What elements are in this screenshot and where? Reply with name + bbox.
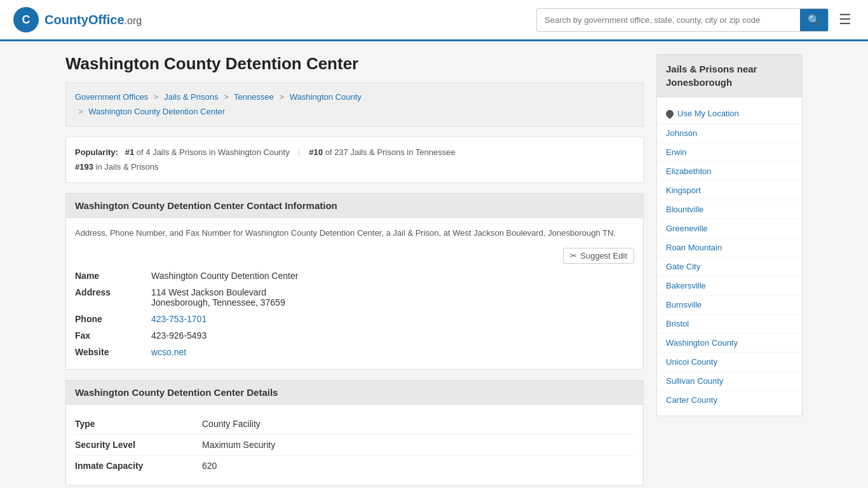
main-container: Washington County Detention Center Gover… — [53, 41, 815, 488]
name-value: Washington County Detention Center — [151, 271, 634, 281]
svg-text:C: C — [22, 13, 31, 26]
website-row: Website wcso.net — [75, 344, 634, 360]
type-value: County Facility — [202, 419, 261, 429]
sidebar: Jails & Prisons near Jonesborough Use My… — [656, 54, 803, 488]
address-line2: Jonesborough, Tennessee, 37659 — [151, 297, 285, 308]
capacity-label: Inmate Capacity — [75, 461, 202, 471]
header-right: 🔍 ☰ — [536, 8, 855, 32]
popularity-rank1: #1 — [125, 147, 134, 157]
breadcrumb-sep-4: > — [78, 107, 83, 116]
breadcrumb-washington-county[interactable]: Washington County — [290, 92, 362, 102]
logo-area: C CountyOffice.org — [13, 6, 142, 33]
website-link[interactable]: wcso.net — [151, 347, 186, 357]
location-icon — [665, 108, 675, 119]
logo-text: CountyOffice.org — [44, 13, 142, 27]
popularity-rank2-text: of 237 Jails & Prisons in Tennessee — [325, 147, 456, 157]
sidebar-link-greeneville[interactable]: Greeneville — [657, 219, 802, 238]
header: C CountyOffice.org 🔍 ☰ — [0, 0, 868, 41]
sidebar-link-kingsport[interactable]: Kingsport — [657, 181, 802, 200]
search-button[interactable]: 🔍 — [800, 9, 828, 31]
search-input[interactable] — [537, 10, 800, 30]
edit-icon: ✂ — [570, 251, 577, 261]
fax-value: 423-926-5493 — [151, 330, 634, 341]
popularity-rank2: #10 — [309, 147, 323, 157]
sidebar-link-elizabethton[interactable]: Elizabethton — [657, 162, 802, 181]
breadcrumb-tennessee[interactable]: Tennessee — [234, 92, 274, 102]
website-value: wcso.net — [151, 347, 634, 357]
breadcrumb-sep-3: > — [280, 92, 285, 102]
details-section-header: Washington County Detention Center Detai… — [65, 380, 644, 405]
breadcrumb-jails-prisons[interactable]: Jails & Prisons — [164, 92, 218, 102]
sidebar-link-erwin[interactable]: Erwin — [657, 143, 802, 162]
breadcrumb-current[interactable]: Washington County Detention Center — [88, 107, 225, 116]
sidebar-link-blountville[interactable]: Blountville — [657, 200, 802, 219]
details-grid: Type County Facility Security Level Maxi… — [75, 414, 634, 476]
website-label: Website — [75, 347, 151, 357]
name-label: Name — [75, 271, 151, 281]
sidebar-link-johnson[interactable]: Johnson — [657, 124, 802, 143]
use-my-location-button[interactable]: Use My Location — [657, 104, 802, 124]
sidebar-link-carter-county[interactable]: Carter County — [657, 391, 802, 409]
security-label: Security Level — [75, 440, 202, 450]
sidebar-link-gate-city[interactable]: Gate City — [657, 257, 802, 276]
suggest-edit-row: ✂ Suggest Edit — [75, 248, 634, 264]
sidebar-link-bakersville[interactable]: Bakersville — [657, 276, 802, 295]
popularity-label: Popularity: — [75, 147, 118, 157]
security-row: Security Level Maximum Security — [75, 435, 634, 456]
address-line1: 114 West Jackson Boulevard — [151, 287, 266, 297]
search-bar: 🔍 — [536, 8, 829, 32]
popularity-box: Popularity: #1 of 4 Jails & Prisons in W… — [65, 137, 644, 183]
popularity-rank3-text: in Jails & Prisons — [96, 162, 159, 172]
contact-description: Address, Phone Number, and Fax Number fo… — [75, 227, 634, 240]
security-value: Maximum Security — [202, 440, 275, 450]
sidebar-body: Use My Location Johnson Erwin Elizabetht… — [656, 97, 803, 416]
type-label: Type — [75, 419, 202, 429]
sidebar-link-bristol[interactable]: Bristol — [657, 315, 802, 334]
popularity-sep: | — [298, 147, 300, 157]
breadcrumb-sep-2: > — [224, 92, 229, 102]
details-section-body: Type County Facility Security Level Maxi… — [65, 405, 644, 485]
address-label: Address — [75, 287, 151, 297]
sidebar-link-unicoi-county[interactable]: Unicoi County — [657, 353, 802, 372]
page-title: Washington County Detention Center — [65, 54, 644, 74]
logo-icon: C — [13, 6, 39, 33]
contact-section-body: Address, Phone Number, and Fax Number fo… — [65, 218, 644, 370]
breadcrumb-sep-1: > — [154, 92, 159, 102]
use-my-location-label: Use My Location — [677, 109, 739, 118]
phone-label: Phone — [75, 314, 151, 324]
phone-row: Phone 423-753-1701 — [75, 311, 634, 327]
sidebar-link-roan-mountain[interactable]: Roan Mountain — [657, 238, 802, 257]
suggest-edit-label: Suggest Edit — [580, 251, 627, 261]
sidebar-link-washington-county[interactable]: Washington County — [657, 334, 802, 353]
breadcrumb: Government Offices > Jails & Prisons > T… — [65, 83, 644, 126]
popularity-rank3: #193 — [75, 162, 93, 172]
hamburger-menu-icon[interactable]: ☰ — [835, 8, 855, 32]
sidebar-header: Jails & Prisons near Jonesborough — [656, 54, 803, 97]
capacity-value: 620 — [202, 461, 217, 471]
sidebar-link-burnsville[interactable]: Burnsville — [657, 295, 802, 315]
contact-section-header: Washington County Detention Center Conta… — [65, 193, 644, 218]
address-row: Address 114 West Jackson Boulevard Jones… — [75, 284, 634, 311]
sidebar-link-sullivan-county[interactable]: Sullivan County — [657, 372, 802, 391]
contact-info-table: Name Washington County Detention Center … — [75, 268, 634, 360]
capacity-row: Inmate Capacity 620 — [75, 456, 634, 476]
fax-label: Fax — [75, 330, 151, 341]
address-value: 114 West Jackson Boulevard Jonesborough,… — [151, 287, 634, 308]
fax-row: Fax 423-926-5493 — [75, 327, 634, 344]
name-row: Name Washington County Detention Center — [75, 268, 634, 284]
phone-value: 423-753-1701 — [151, 314, 634, 324]
breadcrumb-government-offices[interactable]: Government Offices — [75, 92, 148, 102]
popularity-rank1-text: of 4 Jails & Prisons in Washington Count… — [137, 147, 290, 157]
type-row: Type County Facility — [75, 414, 634, 435]
suggest-edit-button[interactable]: ✂ Suggest Edit — [563, 248, 634, 264]
content-area: Washington County Detention Center Gover… — [65, 54, 644, 488]
phone-link[interactable]: 423-753-1701 — [151, 314, 207, 324]
